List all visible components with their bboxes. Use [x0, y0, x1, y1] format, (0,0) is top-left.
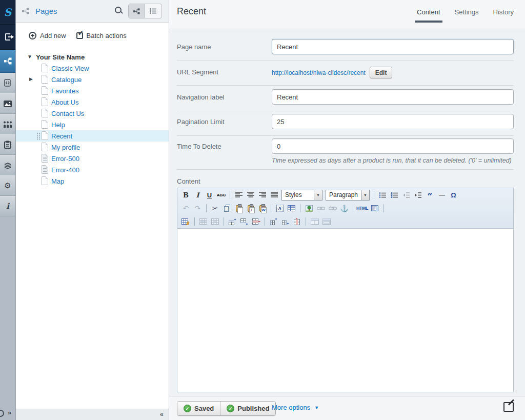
edit-table-button[interactable] [180, 216, 191, 227]
toolbar-separator [265, 217, 265, 226]
rich-text-editor-body[interactable] [177, 229, 514, 392]
insert-row-before-button[interactable] [227, 216, 238, 227]
split-cells-button[interactable] [309, 216, 320, 227]
html-source-button[interactable]: HTML [356, 203, 368, 213]
tree-item-help[interactable]: Help [16, 119, 169, 130]
logout-button[interactable] [0, 25, 15, 50]
underline-button[interactable]: U [204, 190, 215, 200]
bullet-list-button[interactable] [377, 190, 388, 200]
insert-col-after-button[interactable] [280, 216, 291, 227]
tab-content[interactable]: Content [417, 8, 440, 21]
collapse-panel-button[interactable]: « [160, 410, 164, 418]
table-cell-props-button[interactable] [210, 216, 220, 227]
rail-item-settings[interactable]: ⚙ [0, 175, 15, 196]
select-all-button[interactable]: a [274, 203, 285, 213]
paste-as-text-button[interactable]: T [245, 203, 256, 213]
tree-item-map[interactable]: Map [16, 175, 169, 187]
tree-item-my-profile[interactable]: My profile [16, 142, 169, 153]
panel-title[interactable]: Pages [35, 7, 57, 15]
toolbar-separator [374, 191, 374, 199]
batch-actions-button[interactable]: ✓ Batch actions [76, 32, 127, 39]
published-button[interactable]: ✓ Published [220, 402, 275, 415]
insert-row-after-button[interactable] [239, 216, 250, 227]
paste-button[interactable] [233, 203, 244, 213]
blockquote-button[interactable]: “ [425, 190, 435, 200]
field-divider [177, 169, 514, 170]
tree-item-classic-view[interactable]: Classic View [16, 63, 169, 74]
link-icon [317, 206, 325, 211]
tab-settings[interactable]: Settings [455, 8, 479, 21]
tree-item-recent[interactable]: Recent [16, 130, 169, 142]
expand-rail-button[interactable]: » [8, 409, 11, 416]
field-divider [177, 61, 514, 61]
edit-note-icon[interactable] [503, 402, 514, 412]
rail-item-pages[interactable] [0, 50, 15, 73]
insert-col-before-button[interactable] [268, 216, 279, 227]
horizontal-rule-button[interactable]: — [436, 190, 447, 200]
merge-cells-button[interactable] [321, 216, 332, 227]
copy-button[interactable] [221, 203, 232, 213]
bold-button[interactable]: B [180, 190, 191, 200]
align-right-button[interactable] [257, 190, 268, 200]
list-view-button[interactable] [145, 4, 161, 18]
format-select[interactable]: Paragraph▼ [326, 190, 370, 201]
search-icon[interactable] [114, 6, 124, 15]
tree-view-button[interactable] [129, 4, 145, 18]
unlink-button[interactable] [327, 203, 338, 213]
url-edit-button[interactable]: Edit [370, 67, 393, 78]
time-to-delete-input[interactable] [272, 138, 514, 154]
silverstripe-logo[interactable]: S [0, 0, 15, 25]
url-segment-link[interactable]: http://localhost/niwa-clidesc/recent [272, 69, 366, 76]
tree-item-error-500[interactable]: Error-500 [16, 153, 169, 164]
anchor-button[interactable]: ⚓ [339, 203, 350, 213]
tab-history[interactable]: History [493, 8, 514, 21]
rail-item-templates[interactable] [0, 73, 15, 93]
fullscreen-editor-button[interactable] [369, 203, 380, 213]
tree-root-your-site-name[interactable]: ▼ Your Site Name [16, 51, 169, 63]
tree-item-about-us[interactable]: About Us [16, 96, 169, 108]
more-options-button[interactable]: More options ▼ [272, 404, 319, 411]
edit-table-icon [181, 218, 190, 225]
rail-item-help[interactable]: i [0, 196, 15, 216]
table-row-props-button[interactable] [198, 216, 209, 227]
special-char-button[interactable]: Ω [448, 190, 459, 200]
rail-item-reports[interactable] [0, 134, 15, 155]
expand-arrow-icon[interactable]: ▶ [29, 76, 33, 82]
tree-item-error-400[interactable]: Error-400 [16, 164, 169, 175]
indent-button[interactable] [413, 190, 423, 200]
paste-from-word-button[interactable]: W [257, 203, 268, 213]
italic-button[interactable]: I [192, 190, 203, 200]
styles-select[interactable]: Styles▼ [281, 190, 322, 201]
saved-button[interactable]: ✓ Saved [177, 402, 220, 415]
pagination-limit-input[interactable] [272, 114, 514, 129]
outdent-button[interactable] [401, 190, 412, 200]
numbered-list-button[interactable] [389, 190, 400, 200]
rail-item-files[interactable] [0, 93, 15, 114]
page-name-input[interactable] [272, 39, 514, 54]
delete-col-button[interactable] [292, 216, 302, 227]
tree-item-contact-us[interactable]: Contact Us [16, 108, 169, 119]
select-all-icon: a [276, 205, 284, 212]
align-justify-button[interactable] [269, 190, 279, 200]
delete-row-button[interactable] [251, 216, 261, 227]
navigation-label-input[interactable] [272, 89, 514, 105]
tree-item-favorites[interactable]: Favorites [16, 85, 169, 96]
undo-button[interactable]: ↶ [180, 203, 191, 213]
insert-table-button[interactable] [286, 203, 297, 213]
redo-button[interactable]: ↷ [192, 203, 203, 213]
page-icon [42, 86, 48, 95]
drag-handle-icon[interactable] [36, 132, 41, 140]
help-circle-icon[interactable] [0, 410, 4, 417]
rail-item-catalogue[interactable] [0, 155, 15, 175]
cut-button[interactable]: ✂ [210, 203, 220, 213]
toolbar-separator [383, 204, 383, 212]
insert-link-button[interactable] [315, 203, 326, 213]
tree-item-catalogue[interactable]: ▶ Catalogue [16, 74, 169, 85]
insert-image-button[interactable] [304, 203, 314, 213]
add-new-button[interactable]: Add new [29, 32, 66, 39]
align-left-button[interactable] [233, 190, 244, 200]
rail-item-security[interactable] [0, 114, 15, 134]
collapse-arrow-icon[interactable]: ▼ [27, 54, 32, 59]
align-center-button[interactable] [245, 190, 256, 200]
strikethrough-button[interactable]: ABC [216, 190, 227, 200]
